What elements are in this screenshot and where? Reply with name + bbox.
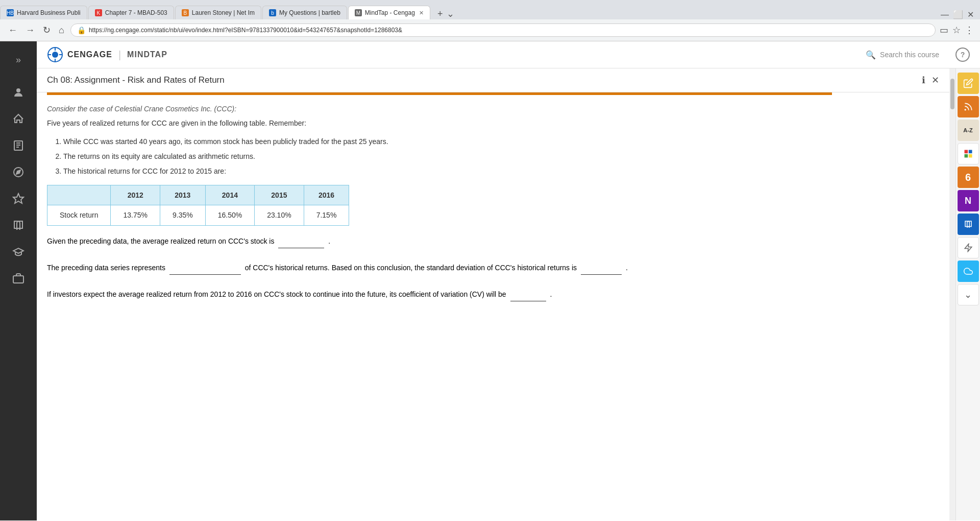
q2-middle: of CCC's historical returns. Based on th… bbox=[245, 264, 577, 272]
app-container: » bbox=[0, 41, 980, 520]
svg-point-0 bbox=[16, 88, 20, 92]
paragraph1: Five years of realized returns for CCC a… bbox=[47, 117, 939, 129]
table-header-label bbox=[47, 185, 111, 205]
scrollbar-thumb[interactable] bbox=[950, 79, 954, 109]
cloud-tool-button[interactable] bbox=[958, 260, 979, 282]
table-header-2015: 2015 bbox=[255, 185, 304, 205]
office-tool-button[interactable] bbox=[958, 143, 979, 164]
tab-close-button[interactable]: ✕ bbox=[419, 10, 424, 16]
tab-actions: + ⌄ bbox=[431, 8, 461, 19]
cast-icon[interactable]: ▭ bbox=[940, 25, 948, 36]
tab-label-3: Lauren Stoney | Net Im bbox=[192, 9, 255, 16]
help-button[interactable]: ? bbox=[955, 48, 970, 62]
back-button[interactable]: ← bbox=[6, 23, 19, 38]
table-cell-2015: 23.10% bbox=[255, 205, 304, 225]
sidebar-item-notebook[interactable] bbox=[6, 133, 31, 158]
close-panel-button[interactable]: ✕ bbox=[932, 75, 939, 86]
sidebar-item-profile[interactable] bbox=[6, 80, 31, 105]
table-cell-2012: 13.75% bbox=[111, 205, 160, 225]
tab-hb1[interactable]: HB Harvard Business Publi bbox=[0, 6, 87, 19]
tab-bartleb[interactable]: b My Questions | bartleb bbox=[262, 6, 347, 19]
maximize-button[interactable]: ⬜ bbox=[953, 10, 963, 19]
table-row: Stock return 13.75% 9.35% 16.50% 23.10% … bbox=[47, 205, 349, 225]
search-icon: 🔍 bbox=[866, 50, 876, 60]
q2-answer-input-1[interactable] bbox=[169, 266, 241, 275]
question1-text: Given the preceding data, the average re… bbox=[47, 234, 939, 248]
home-button[interactable]: ⌂ bbox=[57, 23, 66, 38]
table-header-2014: 2014 bbox=[205, 185, 254, 205]
tab-favicon-4: b bbox=[269, 9, 276, 16]
content-panel: Ch 08: Assignment - Risk and Rates of Re… bbox=[37, 68, 949, 520]
sidebar-item-graduation[interactable] bbox=[6, 240, 31, 264]
svg-rect-19 bbox=[964, 154, 968, 158]
content-area: Ch 08: Assignment - Risk and Rates of Re… bbox=[37, 68, 980, 520]
close-window-button[interactable]: ✕ bbox=[967, 10, 974, 19]
right-tools-panel: A-Z 6 N ⌄ bbox=[955, 68, 980, 520]
tab-mindtap[interactable]: M MindTap - Cengag ✕ bbox=[348, 6, 430, 19]
table-header-2016: 2016 bbox=[304, 185, 349, 205]
q1-prefix: Given the preceding data, the average re… bbox=[47, 237, 274, 245]
settings-icon[interactable]: ⋮ bbox=[965, 25, 974, 36]
scrollbar-track[interactable] bbox=[949, 68, 955, 520]
tab-k[interactable]: K Chapter 7 - MBAD-503 bbox=[88, 6, 174, 19]
q2-answer-input-2[interactable] bbox=[581, 266, 622, 275]
ssl-lock-icon: 🔒 bbox=[77, 26, 86, 34]
tab-favicon-1: HB bbox=[7, 9, 14, 16]
q2-suffix: . bbox=[626, 264, 628, 272]
tab-bar: HB Harvard Business Publi K Chapter 7 - … bbox=[0, 0, 980, 19]
tab-favicon-2: K bbox=[95, 9, 102, 16]
sidebar-item-briefcase[interactable] bbox=[6, 266, 31, 291]
tab-label-2: Chapter 7 - MBAD-503 bbox=[105, 9, 167, 16]
q3-suffix: . bbox=[550, 290, 552, 298]
header-search[interactable]: 🔍 Search this course bbox=[866, 50, 939, 60]
header-actions: ℹ ✕ bbox=[922, 75, 939, 86]
tab-label-1: Harvard Business Publi bbox=[17, 9, 81, 16]
logo-divider: | bbox=[118, 49, 121, 61]
question3-text: If investors expect the average realized… bbox=[47, 287, 939, 301]
search-placeholder: Search this course bbox=[880, 51, 939, 59]
question-list: While CCC was started 40 years ago, its … bbox=[63, 136, 939, 177]
minimize-button[interactable]: — bbox=[941, 10, 949, 19]
tab-label-5: MindTap - Cengag bbox=[365, 9, 415, 16]
browser-chrome: HB Harvard Business Publi K Chapter 7 - … bbox=[0, 0, 980, 41]
six-tool-button[interactable]: 6 bbox=[958, 167, 979, 188]
url-bar[interactable]: 🔒 https://ng.cengage.com/static/nb/ui/ev… bbox=[70, 23, 936, 37]
q3-answer-input[interactable] bbox=[510, 292, 546, 301]
list-item-2: The returns on its equity are calculated… bbox=[63, 151, 939, 162]
svg-rect-20 bbox=[968, 154, 972, 158]
svg-point-11 bbox=[52, 52, 58, 58]
sidebar-item-favorites[interactable] bbox=[6, 186, 31, 211]
book-tool-button[interactable] bbox=[958, 214, 979, 235]
onenote-tool-button[interactable]: N bbox=[958, 190, 979, 211]
tab-hb2[interactable]: B Lauren Stoney | Net Im bbox=[175, 6, 261, 19]
rss-tool-button[interactable] bbox=[958, 96, 979, 117]
new-tab-button[interactable]: + bbox=[437, 9, 443, 19]
q1-answer-input[interactable] bbox=[278, 239, 324, 248]
assignment-title: Ch 08: Assignment - Risk and Rates of Re… bbox=[47, 75, 916, 85]
table-header-2013: 2013 bbox=[160, 185, 205, 205]
expand-tool-button[interactable]: ⌄ bbox=[958, 284, 979, 305]
bookmark-icon[interactable]: ☆ bbox=[952, 25, 961, 36]
tab-label-4: My Questions | bartleb bbox=[279, 9, 340, 16]
lightning-tool-button[interactable] bbox=[958, 237, 979, 258]
forward-button[interactable]: → bbox=[23, 23, 37, 38]
q3-prefix: If investors expect the average realized… bbox=[47, 290, 506, 298]
assignment-header: Ch 08: Assignment - Risk and Rates of Re… bbox=[37, 68, 949, 92]
sidebar-item-compass[interactable] bbox=[6, 160, 31, 184]
header-logo: CENGAGE | MINDTAP bbox=[47, 46, 167, 63]
info-button[interactable]: ℹ bbox=[922, 75, 925, 86]
reload-button[interactable]: ↻ bbox=[41, 22, 53, 38]
question-content: Consider the case of Celestial Crane Cos… bbox=[37, 95, 949, 322]
q1-suffix: . bbox=[328, 237, 330, 245]
app-header: CENGAGE | MINDTAP 🔍 Search this course ? bbox=[37, 41, 980, 68]
sidebar-item-book[interactable] bbox=[6, 213, 31, 238]
az-tool-button[interactable]: A-Z bbox=[958, 120, 979, 141]
q2-prefix: The preceding data series represents bbox=[47, 264, 165, 272]
sidebar-expand-button[interactable]: » bbox=[6, 48, 31, 72]
main-area: CENGAGE | MINDTAP 🔍 Search this course ?… bbox=[37, 41, 980, 520]
sidebar-item-home[interactable] bbox=[6, 107, 31, 131]
question2-text: The preceding data series represents of … bbox=[47, 260, 939, 275]
tab-list-button[interactable]: ⌄ bbox=[447, 8, 454, 19]
pencil-tool-button[interactable] bbox=[958, 73, 979, 94]
svg-marker-21 bbox=[965, 244, 972, 252]
